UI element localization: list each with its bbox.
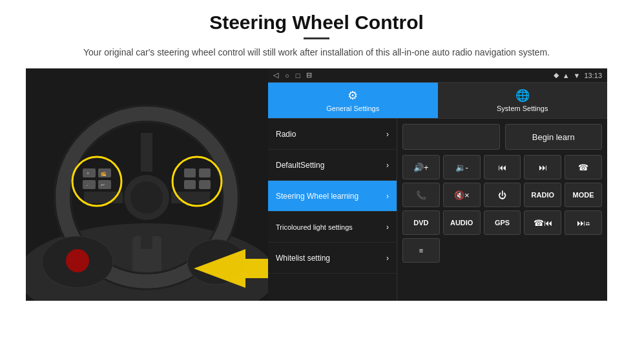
controls-row3: DVD AUDIO GPS ☎⏮ ⏭☎ xyxy=(402,210,602,235)
mode-button[interactable]: MODE xyxy=(565,183,602,207)
menu-item-tricoloured-label: Tricoloured light settings xyxy=(276,223,353,231)
menu-arrow-whitelist: › xyxy=(386,254,389,263)
menu-item-radio[interactable]: Radio › xyxy=(268,119,397,150)
vol-down-button[interactable]: 🔉- xyxy=(443,155,481,179)
svg-point-28 xyxy=(66,249,89,272)
menu-item-default[interactable]: DefaultSetting › xyxy=(268,150,397,181)
audio-label: AUDIO xyxy=(450,219,473,227)
power-icon: ⏻ xyxy=(498,190,506,200)
menu-arrow-tricoloured: › xyxy=(386,223,389,232)
gps-label: GPS xyxy=(495,219,510,227)
tab-general-label: General Settings xyxy=(326,105,379,112)
grid-icon[interactable]: ⊟ xyxy=(306,71,312,79)
prev-track-icon: ⏮ xyxy=(498,163,506,172)
vol-up-button[interactable]: 🔊+ xyxy=(402,155,440,179)
tabs-row: ⚙ General Settings 🌐 System Settings xyxy=(268,83,607,119)
svg-rect-23 xyxy=(184,180,196,189)
recent-icon[interactable]: □ xyxy=(296,72,300,79)
begin-learn-button[interactable]: Begin learn xyxy=(505,124,603,150)
svg-text:📻: 📻 xyxy=(101,170,107,176)
svg-rect-16 xyxy=(98,180,111,189)
wifi-icon: ▼ xyxy=(574,72,581,79)
svg-rect-24 xyxy=(199,168,211,177)
right-controls: Begin learn 🔊+ 🔉- ⏮ xyxy=(397,119,607,301)
svg-text:+: + xyxy=(87,171,89,176)
nav-icons: ◁ ○ □ ⊟ xyxy=(273,71,312,79)
phone-prev-button[interactable]: ☎⏮ xyxy=(524,210,561,235)
dvd-button[interactable]: DVD xyxy=(402,210,440,235)
phone-icon: ☎ xyxy=(578,163,588,172)
controls-row4: ≡ xyxy=(402,238,602,263)
android-screen: ◁ ○ □ ⊟ ◆ ▲ ▼ 13:13 ⚙ General Settings xyxy=(268,68,607,301)
mute-icon: 🔇× xyxy=(454,190,470,200)
skip-phone-button[interactable]: ⏭☎ xyxy=(565,210,602,235)
answer-button[interactable]: 📞 xyxy=(402,183,440,207)
controls-row2: 📞 🔇× ⏻ RADIO MODE xyxy=(402,183,602,207)
location-icon: ◆ xyxy=(554,71,559,79)
menu-icon: ≡ xyxy=(419,247,423,254)
menu-item-steering-label: Steering Wheel learning xyxy=(276,192,358,201)
back-icon[interactable]: ◁ xyxy=(273,71,278,79)
svg-point-11 xyxy=(130,181,163,214)
phone-button[interactable]: ☎ xyxy=(565,155,602,179)
tab-system[interactable]: 🌐 System Settings xyxy=(438,83,608,118)
status-bar: ◁ ○ □ ⊟ ◆ ▲ ▼ 13:13 xyxy=(268,68,607,83)
title-divider xyxy=(304,37,329,39)
next-track-icon: ⏭ xyxy=(539,163,547,172)
phone-prev-icon: ☎⏮ xyxy=(534,218,552,228)
system-settings-icon: 🌐 xyxy=(515,88,530,103)
status-right: ◆ ▲ ▼ 13:13 xyxy=(554,71,602,79)
svg-rect-25 xyxy=(199,180,211,189)
page-wrapper: Steering Wheel Control Your original car… xyxy=(0,0,633,364)
tab-system-label: System Settings xyxy=(497,105,548,112)
svg-text:↩: ↩ xyxy=(101,183,105,187)
title-section: Steering Wheel Control Your original car… xyxy=(26,12,607,68)
skip-phone-icon: ⏭☎ xyxy=(577,218,590,228)
tab-general[interactable]: ⚙ General Settings xyxy=(268,83,438,118)
menu-item-steering[interactable]: Steering Wheel learning › xyxy=(268,181,397,212)
audio-button[interactable]: AUDIO xyxy=(443,210,481,235)
svg-rect-14 xyxy=(83,180,96,189)
radio-label: RADIO xyxy=(532,191,554,199)
left-menu: Radio › DefaultSetting › Steering Wheel … xyxy=(268,119,397,301)
menu-controls: Radio › DefaultSetting › Steering Wheel … xyxy=(268,119,607,301)
vol-up-icon: 🔊+ xyxy=(413,163,429,172)
steering-wheel-photo: + - 📻 ↩ xyxy=(26,68,268,301)
controls-row1: 🔊+ 🔉- ⏮ ⏭ ☎ xyxy=(402,155,602,179)
subtitle: Your original car's steering wheel contr… xyxy=(26,46,607,59)
content-area: + - 📻 ↩ xyxy=(26,68,607,301)
power-button[interactable]: ⏻ xyxy=(484,183,521,207)
signal-icon: ▲ xyxy=(563,72,570,79)
vol-down-icon: 🔉- xyxy=(455,163,468,172)
home-icon[interactable]: ○ xyxy=(285,72,289,79)
page-title: Steering Wheel Control xyxy=(26,12,607,34)
general-settings-icon: ⚙ xyxy=(348,88,358,103)
gps-button[interactable]: GPS xyxy=(484,210,521,235)
menu-item-radio-label: Radio xyxy=(276,130,296,139)
next-track-button[interactable]: ⏭ xyxy=(524,155,561,179)
menu-item-whitelist[interactable]: Whitelist setting › xyxy=(268,243,397,274)
menu-item-whitelist-label: Whitelist setting xyxy=(276,254,330,263)
menu-arrow-default: › xyxy=(386,161,389,170)
menu-item-tricoloured[interactable]: Tricoloured light settings › xyxy=(268,212,397,243)
menu-arrow-radio: › xyxy=(386,130,389,139)
answer-icon: 📞 xyxy=(416,190,426,200)
prev-track-button[interactable]: ⏮ xyxy=(484,155,521,179)
clock: 13:13 xyxy=(584,72,602,79)
menu-icon-button[interactable]: ≡ xyxy=(402,238,440,263)
mode-label: MODE xyxy=(573,191,594,199)
dvd-label: DVD xyxy=(413,219,428,227)
empty-control-box xyxy=(402,124,500,150)
svg-rect-22 xyxy=(184,168,196,177)
controls-top-row: Begin learn xyxy=(402,124,602,150)
menu-arrow-steering: › xyxy=(386,192,389,201)
radio-button[interactable]: RADIO xyxy=(524,183,561,207)
mute-button[interactable]: 🔇× xyxy=(443,183,481,207)
menu-item-default-label: DefaultSetting xyxy=(276,161,324,170)
